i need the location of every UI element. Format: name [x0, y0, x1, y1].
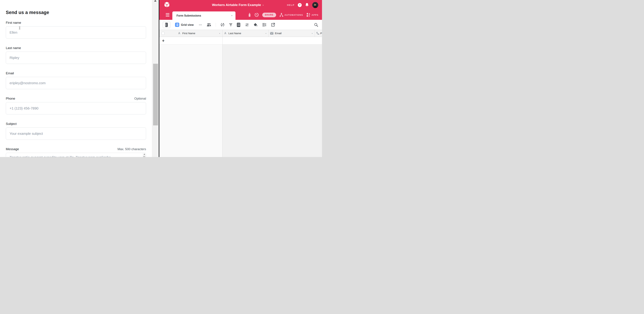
user-avatar[interactable] — [312, 2, 318, 8]
sidebar-toggle-button[interactable] — [162, 22, 170, 28]
column-header-last-name[interactable]: A Last Name ▾ — [222, 30, 269, 37]
form-heading: Send us a message — [6, 10, 49, 15]
panel-icon — [165, 23, 168, 27]
scrollbar-thumb[interactable] — [143, 156, 145, 157]
last-name-input[interactable] — [6, 52, 146, 64]
share-view-button[interactable] — [271, 23, 275, 27]
view-toolbar: Grid view … — [160, 20, 322, 30]
sort-button[interactable] — [245, 23, 249, 27]
row-height-button[interactable] — [262, 23, 266, 27]
grid-column-headers: A First Name ▾ A Last Name ▾ Email ▾ — [160, 30, 322, 37]
toolbar-divider — [216, 23, 216, 27]
frozen-column-divider — [222, 37, 223, 157]
search-icon[interactable] — [314, 23, 318, 27]
view-name-button[interactable]: Grid view — [181, 23, 194, 27]
phone-input[interactable] — [6, 102, 146, 114]
help-question-icon[interactable]: ? — [298, 3, 302, 7]
menu-hamburger-icon[interactable] — [166, 13, 170, 17]
airtable-pane: Workers Airtable Form Example ▾ HELP ? — [160, 0, 322, 157]
grid-view-icon — [175, 23, 179, 27]
single-line-text-icon: A — [178, 32, 180, 35]
airtable-logo-icon[interactable] — [164, 2, 170, 8]
add-row[interactable]: + — [160, 37, 322, 45]
column-header-email[interactable]: Email ▾ — [268, 30, 315, 37]
apps-button[interactable]: APPS — [306, 13, 318, 17]
base-title-button[interactable]: Workers Airtable Form Example ▾ — [212, 0, 264, 10]
email-envelope-icon — [270, 32, 273, 35]
view-options-ellipsis-button[interactable]: … — [199, 22, 202, 27]
field-phone: Phone Optional — [6, 97, 146, 114]
contact-form-pane: Send us a message First name Last name E… — [0, 0, 152, 157]
chevron-down-icon[interactable]: ▾ — [312, 33, 312, 34]
first-name-label: First name — [6, 21, 21, 25]
form-fields: First name Last name Email Phone O — [6, 21, 146, 157]
message-max-note: Max. 500 characters — [118, 147, 146, 151]
subject-label: Subject — [6, 122, 16, 126]
field-email: Email — [6, 71, 146, 89]
phone-optional-note: Optional — [134, 97, 146, 100]
page-scrollbar[interactable] — [152, 0, 159, 157]
airtable-navrow: Form Submissions ▾ SHARE — [160, 10, 322, 20]
message-textarea[interactable] — [6, 153, 146, 157]
collaborators-icon[interactable] — [207, 23, 211, 27]
column-header-first-name[interactable]: A First Name ▾ — [160, 30, 222, 37]
add-row-plus-icon[interactable]: + — [162, 39, 165, 43]
message-label: Message — [6, 147, 19, 151]
filter-button[interactable] — [229, 23, 232, 27]
color-button[interactable] — [254, 23, 258, 27]
apps-label: APPS — [312, 14, 318, 16]
phone-label: Phone — [6, 97, 15, 100]
scrollbar-thumb[interactable] — [153, 64, 158, 125]
first-name-input[interactable] — [6, 26, 146, 39]
screen: Send us a message First name Last name E… — [0, 0, 322, 157]
history-icon[interactable] — [254, 13, 259, 17]
scroll-up-arrow-icon[interactable] — [154, 0, 156, 2]
single-line-text-icon: A — [224, 32, 226, 35]
trash-icon[interactable] — [248, 13, 251, 17]
subject-input[interactable] — [6, 127, 146, 140]
automations-flow-icon — [280, 13, 283, 17]
chevron-down-icon[interactable]: ▾ — [266, 33, 266, 34]
field-subject: Subject — [6, 122, 146, 140]
share-button[interactable]: SHARE — [262, 13, 276, 17]
grid-canvas — [222, 45, 322, 157]
email-input[interactable] — [6, 77, 146, 89]
field-first-name: First name — [6, 21, 146, 39]
hide-fields-button[interactable] — [220, 23, 225, 27]
scroll-up-arrow-icon[interactable] — [144, 154, 145, 155]
base-title: Workers Airtable Form Example — [212, 3, 261, 7]
automations-button[interactable]: AUTOMATIONS — [280, 13, 303, 17]
column-header-phone[interactable]: Phone — [315, 30, 322, 37]
group-button[interactable] — [237, 23, 240, 27]
phone-icon — [316, 32, 320, 35]
text-cursor-ibeam — [19, 27, 20, 29]
automations-label: AUTOMATIONS — [284, 14, 303, 16]
chevron-down-icon: ▾ — [232, 15, 232, 17]
last-name-label: Last name — [6, 46, 21, 50]
chevron-down-icon: ▾ — [262, 4, 264, 6]
airtable-topbar: Workers Airtable Form Example ▾ HELP ? — [160, 0, 322, 10]
field-message: Message Max. 500 characters — [6, 147, 146, 157]
table-tab-form-submissions[interactable]: Form Submissions ▾ — [172, 12, 236, 20]
apps-shapes-icon — [306, 13, 310, 17]
email-label: Email — [6, 71, 14, 75]
chevron-down-icon[interactable]: ▾ — [219, 33, 220, 34]
field-last-name: Last name — [6, 46, 146, 64]
table-tab-label: Form Submissions — [176, 14, 201, 17]
select-all-checkbox[interactable] — [162, 32, 164, 35]
help-button[interactable]: HELP — [287, 4, 294, 6]
notifications-bell-icon[interactable] — [305, 3, 309, 7]
message-textarea-scrollbar[interactable] — [143, 153, 146, 157]
grid-canvas-frozen-column — [160, 45, 222, 157]
